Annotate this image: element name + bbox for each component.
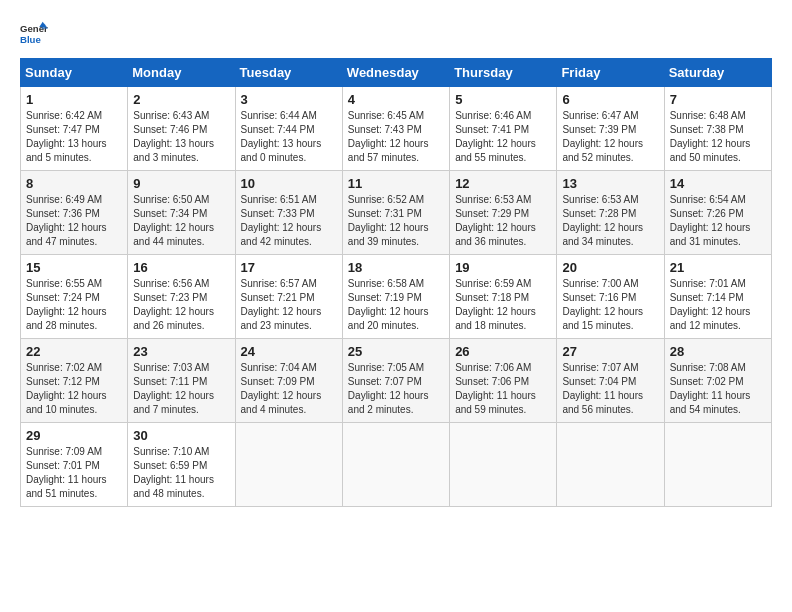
week-row-3: 15 Sunrise: 6:55 AMSunset: 7:24 PMDaylig… [21, 255, 772, 339]
day-cell: 22 Sunrise: 7:02 AMSunset: 7:12 PMDaylig… [21, 339, 128, 423]
day-cell: 15 Sunrise: 6:55 AMSunset: 7:24 PMDaylig… [21, 255, 128, 339]
day-number: 6 [562, 92, 658, 107]
day-info: Sunrise: 6:54 AMSunset: 7:26 PMDaylight:… [670, 193, 766, 249]
day-info: Sunrise: 6:45 AMSunset: 7:43 PMDaylight:… [348, 109, 444, 165]
day-cell: 21 Sunrise: 7:01 AMSunset: 7:14 PMDaylig… [664, 255, 771, 339]
day-cell: 29 Sunrise: 7:09 AMSunset: 7:01 PMDaylig… [21, 423, 128, 507]
day-cell [557, 423, 664, 507]
day-cell: 14 Sunrise: 6:54 AMSunset: 7:26 PMDaylig… [664, 171, 771, 255]
day-number: 7 [670, 92, 766, 107]
day-info: Sunrise: 6:49 AMSunset: 7:36 PMDaylight:… [26, 193, 122, 249]
calendar-table: SundayMondayTuesdayWednesdayThursdayFrid… [20, 58, 772, 507]
day-cell: 17 Sunrise: 6:57 AMSunset: 7:21 PMDaylig… [235, 255, 342, 339]
day-cell: 16 Sunrise: 6:56 AMSunset: 7:23 PMDaylig… [128, 255, 235, 339]
day-info: Sunrise: 6:48 AMSunset: 7:38 PMDaylight:… [670, 109, 766, 165]
day-cell: 1 Sunrise: 6:42 AMSunset: 7:47 PMDayligh… [21, 87, 128, 171]
day-number: 17 [241, 260, 337, 275]
day-info: Sunrise: 6:42 AMSunset: 7:47 PMDaylight:… [26, 109, 122, 165]
page-header: General Blue [20, 20, 772, 48]
day-cell [450, 423, 557, 507]
day-number: 13 [562, 176, 658, 191]
day-number: 16 [133, 260, 229, 275]
day-number: 2 [133, 92, 229, 107]
day-number: 25 [348, 344, 444, 359]
day-info: Sunrise: 7:05 AMSunset: 7:07 PMDaylight:… [348, 361, 444, 417]
day-info: Sunrise: 7:08 AMSunset: 7:02 PMDaylight:… [670, 361, 766, 417]
day-cell: 30 Sunrise: 7:10 AMSunset: 6:59 PMDaylig… [128, 423, 235, 507]
day-number: 14 [670, 176, 766, 191]
day-cell: 18 Sunrise: 6:58 AMSunset: 7:19 PMDaylig… [342, 255, 449, 339]
day-cell: 2 Sunrise: 6:43 AMSunset: 7:46 PMDayligh… [128, 87, 235, 171]
day-number: 5 [455, 92, 551, 107]
weekday-header-sunday: Sunday [21, 59, 128, 87]
day-info: Sunrise: 6:47 AMSunset: 7:39 PMDaylight:… [562, 109, 658, 165]
day-cell: 8 Sunrise: 6:49 AMSunset: 7:36 PMDayligh… [21, 171, 128, 255]
day-cell: 19 Sunrise: 6:59 AMSunset: 7:18 PMDaylig… [450, 255, 557, 339]
day-cell: 27 Sunrise: 7:07 AMSunset: 7:04 PMDaylig… [557, 339, 664, 423]
day-cell: 20 Sunrise: 7:00 AMSunset: 7:16 PMDaylig… [557, 255, 664, 339]
weekday-header-saturday: Saturday [664, 59, 771, 87]
day-info: Sunrise: 7:09 AMSunset: 7:01 PMDaylight:… [26, 445, 122, 501]
day-info: Sunrise: 7:04 AMSunset: 7:09 PMDaylight:… [241, 361, 337, 417]
day-info: Sunrise: 7:02 AMSunset: 7:12 PMDaylight:… [26, 361, 122, 417]
day-cell: 23 Sunrise: 7:03 AMSunset: 7:11 PMDaylig… [128, 339, 235, 423]
logo: General Blue [20, 20, 48, 48]
day-info: Sunrise: 7:10 AMSunset: 6:59 PMDaylight:… [133, 445, 229, 501]
day-number: 20 [562, 260, 658, 275]
day-number: 19 [455, 260, 551, 275]
day-info: Sunrise: 6:55 AMSunset: 7:24 PMDaylight:… [26, 277, 122, 333]
day-number: 23 [133, 344, 229, 359]
weekday-header-row: SundayMondayTuesdayWednesdayThursdayFrid… [21, 59, 772, 87]
day-info: Sunrise: 6:52 AMSunset: 7:31 PMDaylight:… [348, 193, 444, 249]
weekday-header-thursday: Thursday [450, 59, 557, 87]
day-cell: 25 Sunrise: 7:05 AMSunset: 7:07 PMDaylig… [342, 339, 449, 423]
day-info: Sunrise: 6:53 AMSunset: 7:29 PMDaylight:… [455, 193, 551, 249]
day-number: 21 [670, 260, 766, 275]
day-number: 8 [26, 176, 122, 191]
day-cell: 24 Sunrise: 7:04 AMSunset: 7:09 PMDaylig… [235, 339, 342, 423]
weekday-header-friday: Friday [557, 59, 664, 87]
day-info: Sunrise: 7:07 AMSunset: 7:04 PMDaylight:… [562, 361, 658, 417]
day-cell: 28 Sunrise: 7:08 AMSunset: 7:02 PMDaylig… [664, 339, 771, 423]
day-info: Sunrise: 6:53 AMSunset: 7:28 PMDaylight:… [562, 193, 658, 249]
day-info: Sunrise: 7:03 AMSunset: 7:11 PMDaylight:… [133, 361, 229, 417]
day-number: 9 [133, 176, 229, 191]
day-cell: 26 Sunrise: 7:06 AMSunset: 7:06 PMDaylig… [450, 339, 557, 423]
day-info: Sunrise: 6:57 AMSunset: 7:21 PMDaylight:… [241, 277, 337, 333]
day-number: 29 [26, 428, 122, 443]
day-number: 15 [26, 260, 122, 275]
calendar-body: 1 Sunrise: 6:42 AMSunset: 7:47 PMDayligh… [21, 87, 772, 507]
day-cell: 10 Sunrise: 6:51 AMSunset: 7:33 PMDaylig… [235, 171, 342, 255]
day-info: Sunrise: 7:01 AMSunset: 7:14 PMDaylight:… [670, 277, 766, 333]
day-cell: 6 Sunrise: 6:47 AMSunset: 7:39 PMDayligh… [557, 87, 664, 171]
day-info: Sunrise: 6:50 AMSunset: 7:34 PMDaylight:… [133, 193, 229, 249]
day-number: 11 [348, 176, 444, 191]
day-number: 1 [26, 92, 122, 107]
day-number: 18 [348, 260, 444, 275]
day-number: 24 [241, 344, 337, 359]
day-number: 22 [26, 344, 122, 359]
day-cell: 13 Sunrise: 6:53 AMSunset: 7:28 PMDaylig… [557, 171, 664, 255]
week-row-1: 1 Sunrise: 6:42 AMSunset: 7:47 PMDayligh… [21, 87, 772, 171]
week-row-5: 29 Sunrise: 7:09 AMSunset: 7:01 PMDaylig… [21, 423, 772, 507]
day-number: 27 [562, 344, 658, 359]
logo-icon: General Blue [20, 20, 48, 48]
day-info: Sunrise: 6:46 AMSunset: 7:41 PMDaylight:… [455, 109, 551, 165]
svg-text:Blue: Blue [20, 34, 41, 45]
day-cell: 5 Sunrise: 6:46 AMSunset: 7:41 PMDayligh… [450, 87, 557, 171]
day-cell: 11 Sunrise: 6:52 AMSunset: 7:31 PMDaylig… [342, 171, 449, 255]
day-info: Sunrise: 6:51 AMSunset: 7:33 PMDaylight:… [241, 193, 337, 249]
weekday-header-tuesday: Tuesday [235, 59, 342, 87]
day-info: Sunrise: 7:06 AMSunset: 7:06 PMDaylight:… [455, 361, 551, 417]
day-info: Sunrise: 6:44 AMSunset: 7:44 PMDaylight:… [241, 109, 337, 165]
day-cell: 3 Sunrise: 6:44 AMSunset: 7:44 PMDayligh… [235, 87, 342, 171]
day-info: Sunrise: 6:43 AMSunset: 7:46 PMDaylight:… [133, 109, 229, 165]
day-number: 30 [133, 428, 229, 443]
day-cell: 7 Sunrise: 6:48 AMSunset: 7:38 PMDayligh… [664, 87, 771, 171]
day-number: 26 [455, 344, 551, 359]
day-cell: 12 Sunrise: 6:53 AMSunset: 7:29 PMDaylig… [450, 171, 557, 255]
day-number: 12 [455, 176, 551, 191]
week-row-2: 8 Sunrise: 6:49 AMSunset: 7:36 PMDayligh… [21, 171, 772, 255]
day-number: 3 [241, 92, 337, 107]
day-info: Sunrise: 7:00 AMSunset: 7:16 PMDaylight:… [562, 277, 658, 333]
